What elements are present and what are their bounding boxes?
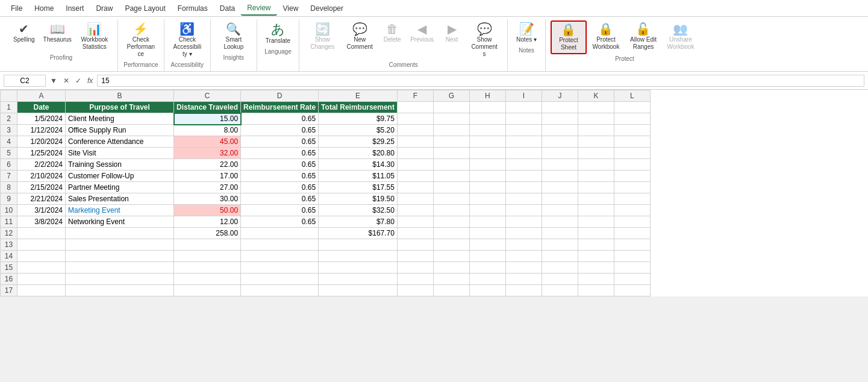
show-comments-button[interactable]: 💬 Show Comments [466, 20, 502, 60]
row-num-7[interactable]: 7 [1, 171, 17, 182]
header-date[interactable]: Date [17, 102, 66, 113]
cell-f8[interactable] [397, 182, 433, 193]
cell-g5[interactable] [433, 148, 469, 159]
row-num-16[interactable]: 16 [1, 274, 17, 285]
formula-fx-icon[interactable]: fx [86, 77, 95, 85]
smart-lookup-button[interactable]: 🔍 Smart Lookup [216, 20, 252, 53]
cell-b7[interactable]: Customer Follow-Up [66, 171, 174, 182]
sheet-table-wrapper[interactable]: A B C D E F G H I J K L 1 Dat [0, 90, 868, 296]
row-num-14[interactable]: 14 [1, 251, 17, 262]
cell-h11[interactable] [469, 216, 505, 228]
cell-f10[interactable] [397, 205, 433, 216]
cell-j7[interactable] [542, 171, 578, 182]
cell-l2[interactable] [614, 113, 650, 125]
cell-e12[interactable]: $167.70 [319, 228, 398, 239]
cell-k12[interactable] [578, 228, 614, 239]
cell-k1[interactable] [578, 102, 614, 113]
cell-g7[interactable] [433, 171, 469, 182]
cell-a9[interactable]: 2/21/2024 [17, 193, 66, 205]
allow-edit-ranges-button[interactable]: 🔓 Allow Edit Ranges [625, 20, 661, 53]
cell-l12[interactable] [614, 228, 650, 239]
row-num-12[interactable]: 12 [1, 228, 17, 239]
cell-k7[interactable] [578, 171, 614, 182]
cell-c11[interactable]: 12.00 [174, 216, 241, 228]
cell-f3[interactable] [397, 125, 433, 136]
cell-h7[interactable] [469, 171, 505, 182]
cell-e2[interactable]: $9.75 [319, 113, 398, 125]
header-distance[interactable]: Distance Traveled [174, 102, 241, 113]
cell-g12[interactable] [433, 228, 469, 239]
cell-c12[interactable]: 258.00 [174, 228, 241, 239]
cell-j8[interactable] [542, 182, 578, 193]
cell-c8[interactable]: 27.00 [174, 182, 241, 193]
cell-e6[interactable]: $14.30 [319, 159, 398, 171]
row-num-1[interactable]: 1 [1, 102, 17, 113]
col-header-j[interactable]: J [542, 90, 578, 102]
cell-l3[interactable] [614, 125, 650, 136]
translate-button[interactable]: あ Translate [262, 20, 294, 47]
cell-a3[interactable]: 1/12/2024 [17, 125, 66, 136]
cell-e9[interactable]: $19.50 [319, 193, 398, 205]
cell-a10[interactable]: 3/1/2024 [17, 205, 66, 216]
col-header-c[interactable]: C [174, 90, 241, 102]
cell-l8[interactable] [614, 182, 650, 193]
header-total[interactable]: Total Reimbursement [319, 102, 398, 113]
cell-g4[interactable] [433, 136, 469, 148]
cell-i2[interactable] [505, 113, 542, 125]
cell-b9[interactable]: Sales Presentation [66, 193, 174, 205]
cell-h1[interactable] [469, 102, 505, 113]
cell-l9[interactable] [614, 193, 650, 205]
cell-g6[interactable] [433, 159, 469, 171]
cell-j9[interactable] [542, 193, 578, 205]
cell-g2[interactable] [433, 113, 469, 125]
cell-b8[interactable]: Partner Meeting [66, 182, 174, 193]
cell-a7[interactable]: 2/10/2024 [17, 171, 66, 182]
thesaurus-button[interactable]: 📖 Thesaurus [40, 20, 75, 46]
cell-h8[interactable] [469, 182, 505, 193]
cell-g11[interactable] [433, 216, 469, 228]
cell-f2[interactable] [397, 113, 433, 125]
menu-item-draw[interactable]: Draw [90, 2, 119, 15]
cell-i4[interactable] [505, 136, 542, 148]
cell-f12[interactable] [397, 228, 433, 239]
cell-c3[interactable]: 8.00 [174, 125, 241, 136]
cell-i5[interactable] [505, 148, 542, 159]
cell-h4[interactable] [469, 136, 505, 148]
cell-f4[interactable] [397, 136, 433, 148]
col-header-b[interactable]: B [66, 90, 174, 102]
cell-f7[interactable] [397, 171, 433, 182]
cell-j12[interactable] [542, 228, 578, 239]
cell-k3[interactable] [578, 125, 614, 136]
cell-c4[interactable]: 45.00 [174, 136, 241, 148]
menu-item-data[interactable]: Data [214, 2, 241, 15]
cell-l1[interactable] [614, 102, 650, 113]
cell-f1[interactable] [397, 102, 433, 113]
menu-item-review[interactable]: Review [241, 1, 276, 16]
cell-g10[interactable] [433, 205, 469, 216]
cell-c10[interactable]: 50.00 [174, 205, 241, 216]
cell-b10[interactable]: Marketing Event [66, 205, 174, 216]
protect-sheet-button[interactable]: 🔒 Protect Sheet [551, 20, 587, 54]
row-num-5[interactable]: 5 [1, 148, 17, 159]
formula-confirm-icon[interactable]: ✓ [73, 77, 83, 85]
row-num-3[interactable]: 3 [1, 125, 17, 136]
cell-j1[interactable] [542, 102, 578, 113]
cell-a12[interactable] [17, 228, 66, 239]
cell-a6[interactable]: 2/2/2024 [17, 159, 66, 171]
cell-k5[interactable] [578, 148, 614, 159]
cell-f11[interactable] [397, 216, 433, 228]
col-header-f[interactable]: F [397, 90, 433, 102]
row-num-2[interactable]: 2 [1, 113, 17, 125]
cell-d8[interactable]: 0.65 [241, 182, 319, 193]
cell-d5[interactable]: 0.65 [241, 148, 319, 159]
row-num-9[interactable]: 9 [1, 193, 17, 205]
cell-c9[interactable]: 30.00 [174, 193, 241, 205]
cell-h2[interactable] [469, 113, 505, 125]
cell-d9[interactable]: 0.65 [241, 193, 319, 205]
cell-j6[interactable] [542, 159, 578, 171]
cell-b6[interactable]: Training Session [66, 159, 174, 171]
cell-l10[interactable] [614, 205, 650, 216]
cell-i8[interactable] [505, 182, 542, 193]
cell-d6[interactable]: 0.65 [241, 159, 319, 171]
cell-b12[interactable] [66, 228, 174, 239]
